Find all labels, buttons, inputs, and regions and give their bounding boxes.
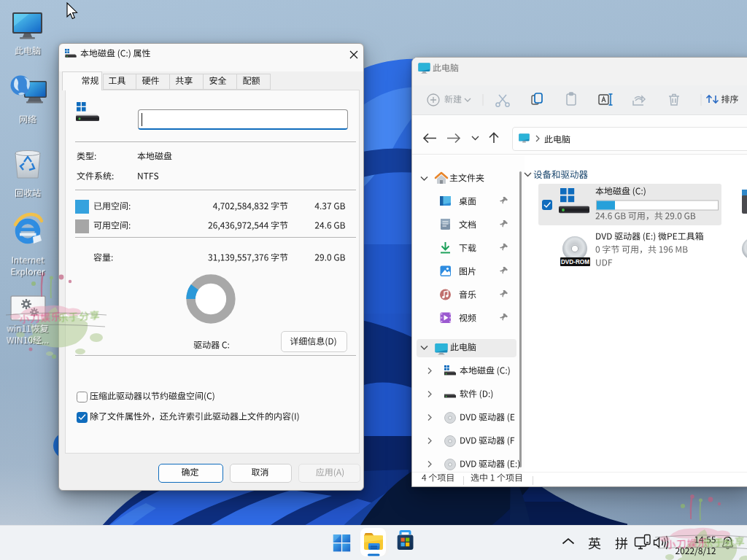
svg-text:DVD-ROM: DVD-ROM — [561, 259, 589, 265]
